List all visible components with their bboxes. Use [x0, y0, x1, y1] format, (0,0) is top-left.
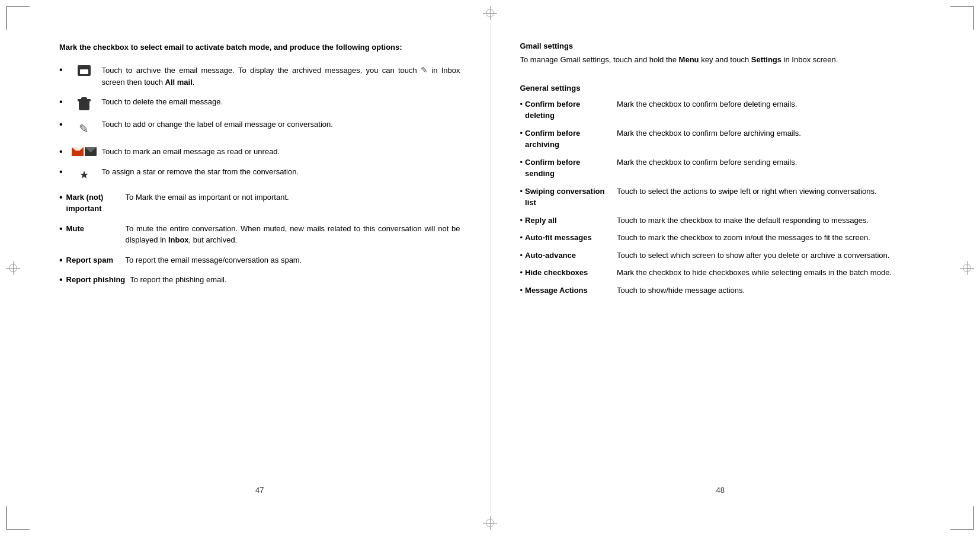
- bullet-1: •: [520, 98, 523, 110]
- bullet-spam: •: [59, 256, 63, 265]
- corner-mark-top-right: [950, 6, 974, 30]
- list-item-report-phishing: • Report phishing To report the phishing…: [59, 274, 460, 286]
- list-item-label: • ✎ Touch to add or change the label of …: [59, 119, 460, 138]
- label-desc: Touch to add or change the label of emai…: [102, 119, 460, 130]
- desc-message-actions: Touch to show/hide message actions.: [617, 285, 921, 296]
- term-auto-fit: Auto-fit messages: [525, 232, 617, 244]
- desc-confirm-sending: Mark the checkbox to confirm before send…: [617, 157, 921, 168]
- readunread-icon-cell: [66, 146, 102, 156]
- corner-mark-top-left: [6, 6, 30, 30]
- list-item-trash: • Touch to delete the email message.: [59, 96, 460, 110]
- archive-icon-cell: [66, 64, 102, 76]
- archive-icon: [78, 65, 91, 76]
- setting-auto-advance: • Auto-advance Touch to select which scr…: [520, 250, 921, 261]
- desc-reply-all: Touch to mark the checkbox to make the d…: [617, 215, 921, 226]
- term-auto-advance: Auto-advance: [525, 250, 617, 261]
- term-report-spam: Report spam: [66, 254, 126, 266]
- page-divider: [490, 24, 491, 512]
- bullet-8: •: [520, 267, 523, 279]
- term-message-actions: Message Actions: [525, 285, 617, 296]
- gmail-settings-title: Gmail settings: [520, 42, 921, 50]
- term-mute: Mute: [66, 223, 126, 235]
- left-page-number: 47: [59, 474, 460, 494]
- page-spread: Mark the checkbox to select email to act…: [0, 0, 980, 536]
- pages-wrapper: Mark the checkbox to select email to act…: [0, 0, 980, 536]
- term-mark-important: Mark (not)important: [66, 192, 126, 215]
- star-icon-cell: ★: [66, 166, 102, 183]
- term-confirm-sending: Confirm beforesending: [525, 157, 617, 180]
- bullet-3: •: [520, 157, 523, 168]
- bullet-2: •: [520, 127, 523, 139]
- svg-rect-3: [72, 151, 84, 156]
- star-icon: ★: [79, 167, 89, 183]
- trash-icon: [79, 97, 89, 110]
- corner-mark-bottom-left: [6, 506, 30, 530]
- star-desc: To assign a star or remove the star from…: [102, 166, 460, 178]
- setting-confirm-deleting: • Confirm beforedeleting Mark the checkb…: [520, 98, 921, 122]
- desc-mute: To mute the entire conversation. When mu…: [126, 223, 460, 246]
- right-page-number: 48: [520, 474, 921, 494]
- desc-mark-important: To Mark the email as important or not im…: [126, 192, 460, 203]
- desc-report-spam: To report the email message/conversation…: [126, 254, 460, 266]
- setting-reply-all: • Reply all Touch to mark the checkbox t…: [520, 215, 921, 226]
- bullet-readunread: •: [59, 147, 63, 157]
- desc-swiping: Touch to select the actions to swipe lef…: [617, 186, 921, 197]
- bullet-7: •: [520, 250, 523, 261]
- term-confirm-deleting: Confirm beforedeleting: [525, 98, 617, 122]
- desc-report-phishing: To report the phishing email.: [130, 274, 460, 286]
- list-item-archive: • Touch to archive the email message. To…: [59, 64, 460, 88]
- bullet-important: •: [59, 193, 63, 202]
- trash-desc: Touch to delete the email message.: [102, 96, 460, 108]
- trash-icon-cell: [66, 96, 102, 110]
- term-report-phishing: Report phishing: [66, 274, 130, 286]
- list-item-report-spam: • Report spam To report the email messag…: [59, 254, 460, 266]
- crosshair-left: [6, 261, 20, 275]
- label-icon-cell: ✎: [66, 119, 102, 138]
- desc-confirm-deleting: Mark the checkbox to confirm before dele…: [617, 98, 921, 110]
- bullet-trash: •: [59, 97, 63, 107]
- desc-hide-checkboxes: Mark the checkbox to hide checkboxes whi…: [617, 267, 921, 279]
- bullet-6: •: [520, 232, 523, 244]
- bullet-star: •: [59, 167, 63, 177]
- term-hide-checkboxes: Hide checkboxes: [525, 267, 617, 279]
- right-page: Gmail settings To manage Gmail settings,…: [497, 24, 945, 512]
- left-icon-list: • Touch to archive the email message. To…: [59, 64, 460, 294]
- readunread-desc: Touch to mark an email message as read o…: [102, 146, 460, 158]
- settings-list: • Confirm beforedeleting Mark the checkb…: [520, 98, 921, 302]
- bullet-9: •: [520, 285, 523, 296]
- gmail-settings-intro: To manage Gmail settings, touch and hold…: [520, 54, 921, 66]
- list-item-mark-important: • Mark (not)important To Mark the email …: [59, 192, 460, 215]
- archive-desc: Touch to archive the email message. To d…: [102, 64, 460, 88]
- setting-confirm-archiving: • Confirm beforearchiving Mark the check…: [520, 127, 921, 151]
- setting-swiping: • Swiping conversationlist Touch to sele…: [520, 186, 921, 209]
- bullet-archive: •: [59, 65, 63, 75]
- desc-auto-fit: Touch to mark the checkbox to zoom in/ou…: [617, 232, 921, 244]
- closed-mail-icon: [85, 147, 97, 156]
- desc-auto-advance: Touch to select which screen to show aft…: [617, 250, 921, 261]
- corner-mark-bottom-right: [950, 506, 974, 530]
- left-page: Mark the checkbox to select email to act…: [36, 24, 484, 512]
- crosshair-right: [960, 261, 974, 275]
- left-intro: Mark the checkbox to select email to act…: [59, 42, 460, 53]
- open-mail-icon: [72, 147, 84, 156]
- list-item-mute: • Mute To mute the entire conversation. …: [59, 223, 460, 246]
- general-settings-title: General settings: [520, 84, 921, 92]
- crosshair-top: [483, 6, 497, 20]
- bullet-label: •: [59, 120, 63, 129]
- desc-confirm-archiving: Mark the checkbox to confirm before arch…: [617, 127, 921, 139]
- crosshair-bottom: [483, 516, 497, 530]
- term-swiping: Swiping conversationlist: [525, 186, 617, 209]
- pencil-icon: ✎: [79, 120, 89, 138]
- bullet-4: •: [520, 186, 523, 197]
- bullet-mute: •: [59, 224, 63, 234]
- setting-hide-checkboxes: • Hide checkboxes Mark the checkbox to h…: [520, 267, 921, 279]
- bullet-phishing: •: [59, 275, 63, 285]
- left-intro-bold: Mark the checkbox to select email to act…: [59, 43, 402, 52]
- list-item-readunread: •: [59, 146, 460, 158]
- bullet-5: •: [520, 215, 523, 226]
- term-confirm-archiving: Confirm beforearchiving: [525, 127, 617, 151]
- setting-confirm-sending: • Confirm beforesending Mark the checkbo…: [520, 157, 921, 180]
- list-item-star: • ★ To assign a star or remove the star …: [59, 166, 460, 183]
- readunread-icons: [72, 147, 97, 156]
- term-reply-all: Reply all: [525, 215, 617, 226]
